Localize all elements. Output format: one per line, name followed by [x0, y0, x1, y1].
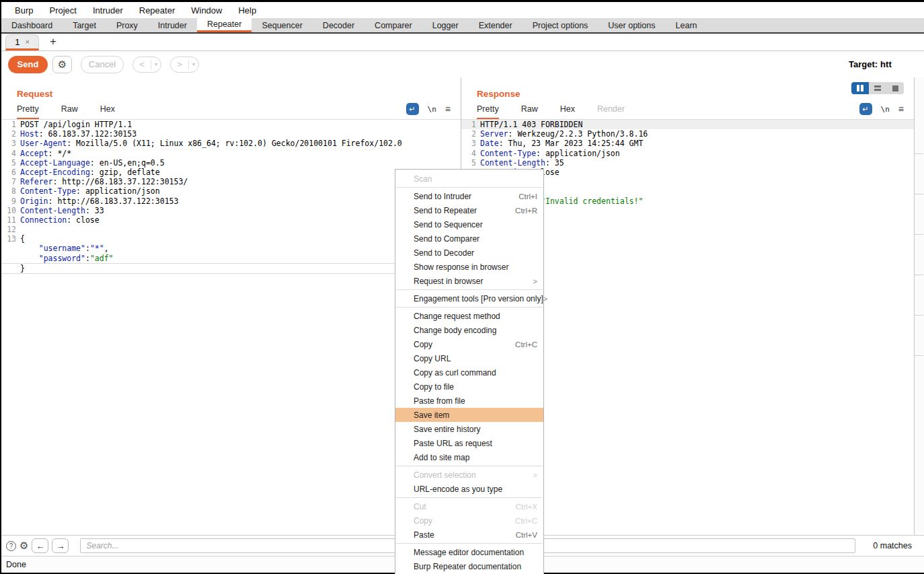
request-line-4[interactable]: 4Accept: */*	[1, 149, 461, 158]
wrap-icon[interactable]: ↵	[859, 103, 872, 115]
tab-repeater[interactable]: Repeater	[197, 18, 252, 32]
tab-proxy[interactable]: Proxy	[106, 18, 148, 32]
menu-item-paste-from-file[interactable]: Paste from file	[395, 394, 543, 408]
response-line-1[interactable]: 1HTTP/1.1 403 FORBIDDEN	[461, 120, 914, 129]
editor-menu-icon[interactable]: ≡	[445, 104, 451, 114]
menu-item-engagement-tools-pro-version-only[interactable]: Engagement tools [Pro version only]>	[395, 291, 543, 306]
menu-item-save-entire-history[interactable]: Save entire history	[395, 422, 543, 436]
request-tab-hex[interactable]: Hex	[100, 104, 115, 119]
menu-item-save-item[interactable]: Save item	[395, 408, 543, 422]
menu-item-send-to-comparer[interactable]: Send to Comparer	[395, 231, 543, 246]
menu-item-send-to-repeater[interactable]: Send to RepeaterCtrl+R	[395, 203, 543, 217]
response-tab-hex[interactable]: Hex	[560, 104, 575, 119]
search-settings-gear-icon[interactable]: ⚙	[20, 540, 28, 552]
tab-comparer[interactable]: Comparer	[364, 18, 422, 32]
menu-item-show-response-in-browser[interactable]: Show response in browser	[395, 260, 543, 274]
response-line-5[interactable]: 5Content-Length: 35	[461, 158, 914, 168]
request-line-13[interactable]: 13{	[1, 234, 461, 244]
request-line-3[interactable]: 3User-Agent: Mozilla/5.0 (X11; Linux x86…	[1, 139, 461, 148]
menu-repeater[interactable]: Repeater	[131, 2, 183, 18]
tab-project-options[interactable]: Project options	[523, 18, 599, 32]
line-text: Content-Type: application/json	[20, 186, 160, 196]
menu-item-send-to-decoder[interactable]: Send to Decoder	[395, 246, 543, 260]
request-panel: Request PrettyRawHex ↵ \n ≡ 1POST /api/l…	[1, 77, 461, 535]
history-forward-button[interactable]: > ▾	[170, 57, 199, 73]
request-line-12[interactable]: 12	[1, 225, 461, 234]
toolbar: Send ⚙ Cancel < ▾ > ▾	[1, 51, 924, 77]
tab-intruder[interactable]: Intruder	[148, 18, 197, 32]
chevron-down-icon[interactable]: ▾	[151, 61, 161, 67]
menu-item-paste[interactable]: PasteCtrl+V	[395, 528, 543, 542]
close-tab-icon[interactable]: ×	[25, 38, 29, 46]
newline-toggle-icon[interactable]: \n	[881, 105, 890, 114]
repeater-tab-1[interactable]: 1 ×	[5, 34, 39, 50]
wrap-icon[interactable]: ↵	[406, 103, 419, 115]
cancel-button[interactable]: Cancel	[81, 56, 124, 73]
response-tab-render[interactable]: Render	[597, 104, 625, 119]
menu-help[interactable]: Help	[230, 2, 264, 18]
request-line-5[interactable]: 5Accept-Language: en-US,en;q=0.5	[1, 158, 461, 168]
menu-item-change-request-method[interactable]: Change request method	[395, 309, 543, 323]
tab-decoder[interactable]: Decoder	[313, 18, 364, 32]
line-number: 12	[1, 225, 20, 234]
menu-item-send-to-sequencer[interactable]: Send to Sequencer	[395, 217, 543, 231]
menu-item-paste-url-as-request[interactable]: Paste URL as request	[395, 436, 543, 450]
request-line-16[interactable]: }	[1, 263, 461, 274]
menu-item-add-to-site-map[interactable]: Add to site map	[395, 450, 543, 464]
send-settings-button[interactable]: ⚙	[52, 56, 72, 73]
annotation-strip[interactable]	[914, 77, 924, 535]
shortcut-label: Ctrl+V	[516, 531, 537, 539]
tab-user-options[interactable]: User options	[598, 18, 665, 32]
newline-toggle-icon[interactable]: \n	[428, 105, 436, 114]
request-line-14[interactable]: "username":"*",	[1, 244, 461, 253]
request-line-1[interactable]: 1POST /api/login HTTP/1.1	[1, 120, 461, 129]
tab-sequencer[interactable]: Sequencer	[252, 18, 312, 32]
response-line-4[interactable]: 4Content-Type: application/json	[461, 149, 914, 158]
history-back-button[interactable]: < ▾	[132, 57, 161, 73]
request-tab-pretty[interactable]: Pretty	[17, 104, 39, 119]
response-tab-pretty[interactable]: Pretty	[477, 104, 499, 119]
tab-target[interactable]: Target	[63, 18, 106, 32]
editor-menu-icon[interactable]: ≡	[898, 104, 904, 114]
menu-item-message-editor-documentation[interactable]: Message editor documentation	[395, 545, 543, 559]
response-tab-raw[interactable]: Raw	[521, 104, 538, 119]
menu-item-copy[interactable]: CopyCtrl+C	[395, 337, 543, 351]
request-line-15[interactable]: "password":"adf"	[1, 254, 461, 263]
line-text: Accept-Encoding: gzip, deflate	[20, 168, 160, 177]
menu-item-copy-to-file[interactable]: Copy to file	[395, 380, 543, 394]
tab-extender[interactable]: Extender	[469, 18, 523, 32]
menu-item-url-encode-as-you-type[interactable]: URL-encode as you type	[395, 482, 543, 496]
chevron-down-icon[interactable]: ▾	[189, 61, 198, 67]
send-button[interactable]: Send	[8, 56, 48, 73]
menu-burp[interactable]: Burp	[7, 2, 41, 18]
request-editor[interactable]: 1POST /api/login HTTP/1.12Host: 68.183.3…	[1, 120, 461, 535]
response-line-2[interactable]: 2Server: Werkzeug/2.2.3 Python/3.8.16	[461, 129, 914, 139]
request-line-2[interactable]: 2Host: 68.183.37.122:30153	[1, 129, 461, 139]
menu-item-send-to-intruder[interactable]: Send to IntruderCtrl+I	[395, 189, 543, 203]
menu-window[interactable]: Window	[183, 2, 230, 18]
tab-logger[interactable]: Logger	[422, 18, 469, 32]
tab-dashboard[interactable]: Dashboard	[1, 18, 63, 32]
add-tab-button[interactable]: +	[50, 35, 56, 50]
menu-item-request-in-browser[interactable]: Request in browser>	[395, 274, 543, 288]
response-line-3[interactable]: 3Date: Thu, 23 Mar 2023 14:25:44 GMT	[461, 139, 914, 148]
shortcut-label: Ctrl+I	[518, 192, 537, 201]
request-line-8[interactable]: 8Content-Type: application/json	[1, 186, 461, 196]
menu-item-burp-repeater-documentation[interactable]: Burp Repeater documentation	[395, 559, 543, 573]
menu-item-copy-as-curl-command[interactable]: Copy as curl command	[395, 365, 543, 380]
request-line-10[interactable]: 10Content-Length: 33	[1, 206, 461, 215]
menu-intruder[interactable]: Intruder	[85, 2, 131, 18]
request-tab-raw[interactable]: Raw	[61, 104, 78, 119]
line-number: 1	[1, 120, 20, 129]
request-line-11[interactable]: 11Connection: close	[1, 215, 461, 225]
tab-learn[interactable]: Learn	[666, 18, 707, 32]
help-icon[interactable]: ?	[6, 541, 16, 551]
request-line-7[interactable]: 7Referer: http://68.183.37.122:30153/	[1, 177, 461, 186]
prev-match-button[interactable]: ←	[32, 538, 48, 553]
menu-item-change-body-encoding[interactable]: Change body encoding	[395, 323, 543, 337]
request-line-9[interactable]: 9Origin: http://68.183.37.122:30153	[1, 196, 461, 206]
request-line-6[interactable]: 6Accept-Encoding: gzip, deflate	[1, 168, 461, 177]
next-match-button[interactable]: →	[52, 538, 69, 553]
menu-item-copy-url[interactable]: Copy URL	[395, 351, 543, 365]
menu-project[interactable]: Project	[41, 2, 84, 18]
